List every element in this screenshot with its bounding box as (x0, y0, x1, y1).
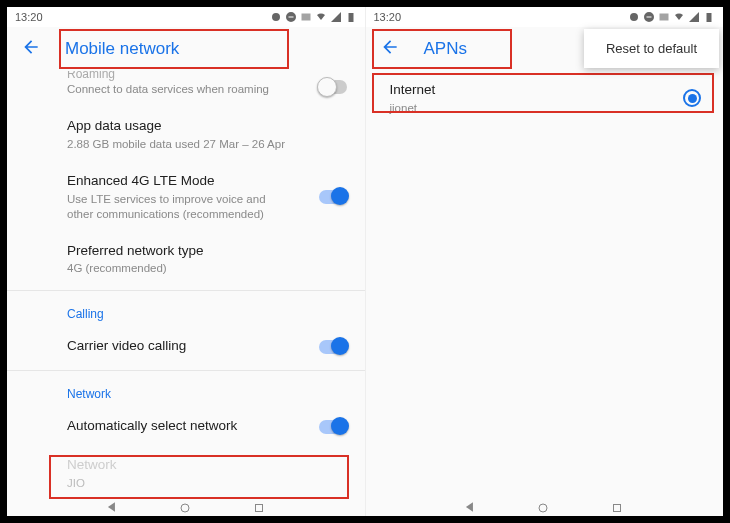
overflow-menu: Reset to default (584, 29, 719, 68)
battery-icon (345, 11, 357, 23)
back-button[interactable] (21, 37, 41, 62)
auto-net-toggle[interactable] (319, 420, 347, 434)
battery-icon (703, 11, 715, 23)
dnd-icon (643, 11, 655, 23)
svg-rect-1 (255, 505, 262, 512)
nav-recent-icon[interactable] (611, 500, 625, 514)
apn-item-sub: jionet (390, 101, 708, 116)
alarm-icon (628, 11, 640, 23)
svg-point-0 (181, 504, 189, 512)
arrow-left-icon (380, 37, 400, 57)
menu-reset-to-default[interactable]: Reset to default (606, 41, 697, 56)
preferred-network-row[interactable]: Preferred network type 4G (recommended) (7, 232, 365, 287)
app-data-title: App data usage (67, 117, 349, 136)
dnd-icon (285, 11, 297, 23)
nav-back-icon[interactable] (105, 500, 119, 514)
app-data-usage-row[interactable]: App data usage 2.88 GB mobile data used … (7, 107, 365, 162)
status-bar: 13:20 (366, 7, 724, 27)
apn-item-radio[interactable] (683, 89, 701, 107)
divider (7, 370, 365, 371)
status-icons (628, 11, 715, 23)
app-bar: Mobile network (7, 27, 365, 71)
roaming-title: Roaming (67, 71, 349, 81)
app-data-sub: 2.88 GB mobile data used 27 Mar – 26 Apr (67, 137, 349, 152)
divider (7, 290, 365, 291)
roaming-toggle[interactable] (319, 80, 347, 94)
wifi-icon (673, 11, 685, 23)
roaming-row[interactable]: Roaming Connect to data services when ro… (7, 71, 365, 107)
lte-sub: Use LTE services to improve voice and ot… (67, 192, 287, 222)
roaming-sub: Connect to data services when roaming (67, 82, 349, 97)
lte-toggle[interactable] (319, 190, 347, 204)
pref-net-sub: 4G (recommended) (67, 261, 349, 276)
pref-net-title: Preferred network type (67, 242, 349, 261)
svg-rect-3 (614, 505, 621, 512)
signal-icon (330, 11, 342, 23)
signal-icon (688, 11, 700, 23)
network-row: Network JIO (7, 446, 365, 501)
nav-home-icon[interactable] (179, 500, 193, 514)
section-calling: Calling (7, 295, 365, 327)
clock: 13:20 (15, 11, 43, 23)
clock: 13:20 (374, 11, 402, 23)
lte-mode-row[interactable]: Enhanced 4G LTE Mode Use LTE services to… (7, 162, 365, 232)
auto-net-title: Automatically select network (67, 417, 349, 436)
section-network: Network (7, 375, 365, 407)
nav-recent-icon[interactable] (253, 500, 267, 514)
status-icons (270, 11, 357, 23)
nav-bar (7, 498, 365, 516)
lte-title: Enhanced 4G LTE Mode (67, 172, 349, 191)
page-title: APNs (424, 39, 467, 59)
apn-item-title: Internet (390, 81, 708, 100)
video-calling-row[interactable]: Carrier video calling (7, 327, 365, 366)
arrow-left-icon (21, 37, 41, 57)
back-button[interactable] (380, 37, 400, 62)
nav-home-icon[interactable] (537, 500, 551, 514)
lte-icon (658, 11, 670, 23)
lte-icon (300, 11, 312, 23)
status-bar: 13:20 (7, 7, 365, 27)
page-title: Mobile network (65, 39, 179, 59)
nav-bar (366, 498, 724, 516)
svg-point-2 (539, 504, 547, 512)
video-calling-title: Carrier video calling (67, 337, 349, 356)
auto-select-network-row[interactable]: Automatically select network (7, 407, 365, 446)
network-sub: JIO (67, 476, 349, 491)
wifi-icon (315, 11, 327, 23)
nav-back-icon[interactable] (463, 500, 477, 514)
network-title: Network (67, 456, 349, 475)
apn-item-row[interactable]: Internet jionet (366, 71, 724, 126)
video-calling-toggle[interactable] (319, 340, 347, 354)
alarm-icon (270, 11, 282, 23)
